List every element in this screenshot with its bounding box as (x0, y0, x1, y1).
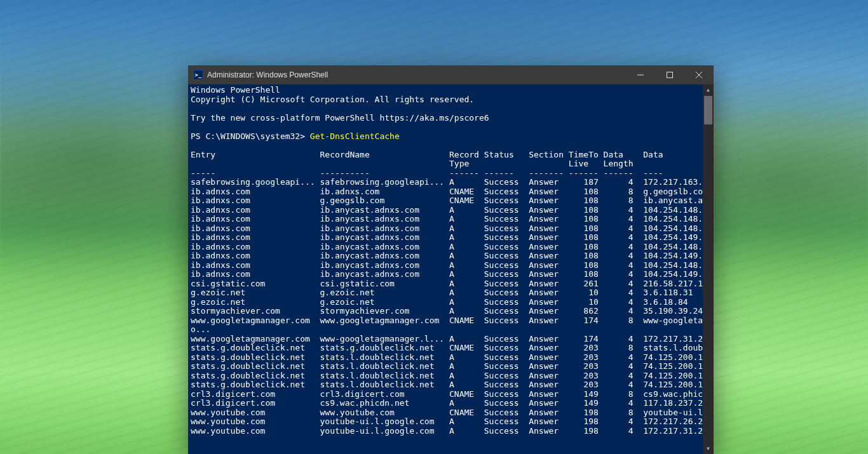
scroll-up-icon[interactable]: ▲ (703, 84, 714, 95)
window-controls (626, 65, 714, 84)
scroll-down-icon[interactable]: ▼ (703, 443, 714, 454)
scrollbar-thumb[interactable] (704, 96, 712, 124)
titlebar[interactable]: >_ Administrator: Windows PowerShell (188, 65, 714, 84)
powershell-icon: >_ (193, 70, 203, 80)
close-button[interactable] (684, 65, 714, 84)
scrollbar[interactable]: ▲ ▼ (703, 84, 714, 454)
window-title: Administrator: Windows PowerShell (207, 70, 626, 79)
powershell-window: >_ Administrator: Windows PowerShell Win… (188, 65, 714, 454)
maximize-button[interactable] (655, 65, 684, 84)
terminal-output[interactable]: Windows PowerShell Copyright (C) Microso… (188, 84, 714, 454)
svg-rect-1 (667, 72, 673, 78)
minimize-button[interactable] (626, 65, 655, 84)
